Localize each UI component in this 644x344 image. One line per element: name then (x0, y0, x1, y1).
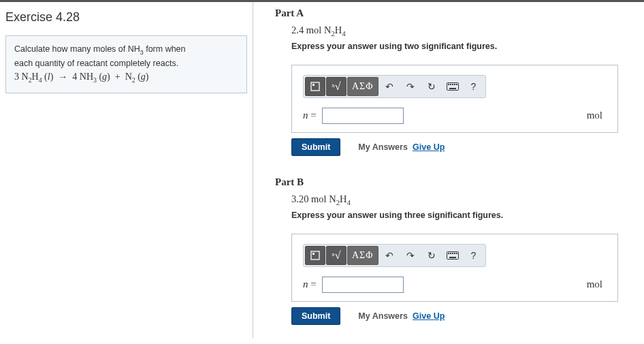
part-b-answer-box: x√ ΑΣΦ ↶ ↷ ↻ ? n = mol (291, 234, 618, 302)
keyboard-icon[interactable] (442, 246, 463, 265)
svg-rect-10 (312, 253, 315, 255)
svg-rect-6 (454, 84, 455, 85)
svg-rect-5 (452, 84, 453, 85)
redo-icon[interactable]: ↷ (400, 246, 421, 265)
greek-icon[interactable]: ΑΣΦ (347, 246, 379, 265)
part-a-give-up[interactable]: Give Up (413, 142, 445, 152)
part-b-answer-input[interactable] (322, 277, 404, 293)
part-a-answer-box: x√ ΑΣΦ ↶ ↷ ↻ ? n = mol (291, 65, 618, 133)
svg-rect-1 (312, 84, 315, 86)
svg-rect-13 (450, 253, 451, 254)
prompt-box: Calculate how many moles of NH3 form whe… (5, 35, 247, 93)
templates-icon[interactable] (305, 77, 325, 96)
part-a-heading: Part A (275, 7, 630, 19)
part-b-toolbar: x√ ΑΣΦ ↶ ↷ ↻ ? (303, 244, 486, 267)
svg-rect-0 (311, 82, 319, 91)
reset-icon[interactable]: ↻ (421, 77, 442, 96)
part-a-toolbar: x√ ΑΣΦ ↶ ↷ ↻ ? (303, 75, 486, 98)
root-icon[interactable]: x√ (326, 246, 347, 265)
svg-rect-12 (448, 253, 449, 254)
part-b-my-answers[interactable]: My Answers (358, 311, 407, 321)
svg-rect-14 (452, 253, 453, 254)
part-b-given: 3.20 mol N2H4 (291, 193, 630, 206)
exercise-title: Exercise 4.28 (5, 10, 247, 25)
reaction-equation: 3 N2H4 (l) → 4 NH3 (g) + N2 (g) (14, 69, 238, 85)
part-a-given: 2.4 mol N2H4 (291, 25, 630, 37)
part-b-submit-button[interactable]: Submit (291, 307, 340, 325)
svg-rect-16 (456, 253, 457, 254)
reset-icon[interactable]: ↻ (421, 246, 442, 265)
prompt-line2: each quantity of reactant completely rea… (14, 57, 238, 70)
undo-icon[interactable]: ↶ (379, 246, 400, 265)
svg-rect-4 (450, 84, 451, 85)
svg-rect-8 (449, 88, 456, 89)
part-b-unit: mol (587, 279, 607, 290)
greek-icon[interactable]: ΑΣΦ (347, 77, 379, 96)
part-a-instruction: Express your answer using two significan… (291, 42, 630, 51)
part-a-answer-input[interactable] (322, 108, 404, 124)
prompt-formula: NH3 (128, 44, 144, 54)
templates-icon[interactable] (305, 246, 325, 265)
svg-rect-7 (456, 84, 457, 85)
part-b-variable-label: n = (303, 279, 317, 290)
part-b-heading: Part B (275, 176, 630, 188)
keyboard-icon[interactable] (442, 77, 463, 96)
part-a-my-answers[interactable]: My Answers (358, 142, 407, 152)
part-b-give-up[interactable]: Give Up (413, 311, 445, 321)
undo-icon[interactable]: ↶ (379, 77, 400, 96)
part-a-unit: mol (587, 110, 607, 121)
redo-icon[interactable]: ↷ (400, 77, 421, 96)
prompt-line1: Calculate how many moles of NH3 form whe… (14, 43, 238, 57)
part-b-instruction: Express your answer using three signific… (291, 210, 630, 220)
svg-rect-9 (311, 251, 319, 260)
svg-rect-15 (454, 253, 455, 254)
help-icon[interactable]: ? (464, 246, 484, 265)
help-icon[interactable]: ? (464, 77, 484, 96)
root-icon[interactable]: x√ (326, 77, 347, 96)
part-a-submit-button[interactable]: Submit (291, 138, 340, 156)
svg-rect-17 (449, 257, 456, 258)
svg-rect-3 (448, 84, 449, 85)
part-a-variable-label: n = (303, 110, 317, 121)
